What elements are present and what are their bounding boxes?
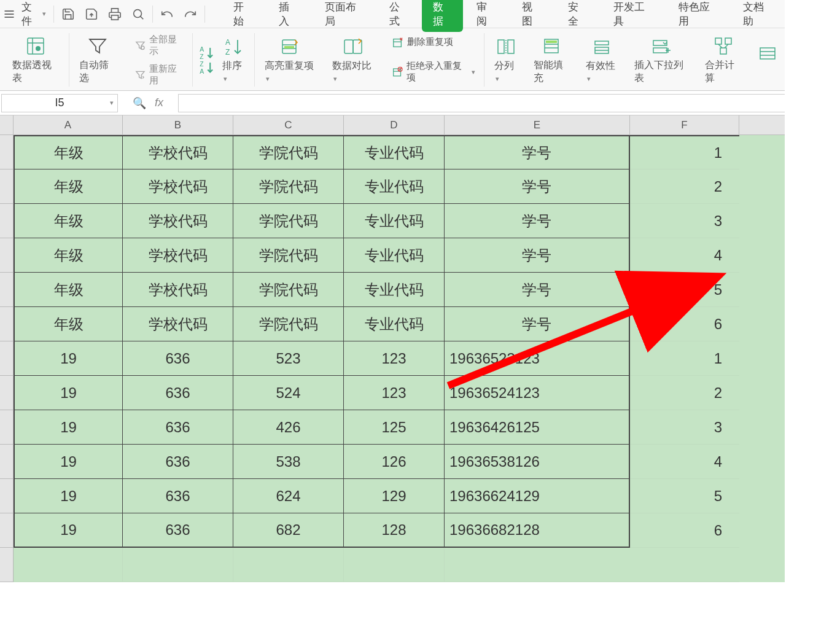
cell[interactable]: 19	[14, 341, 123, 376]
cell[interactable]: 学校代码	[123, 135, 233, 169]
col-header-blank[interactable]	[739, 115, 785, 135]
cell[interactable]: 年级	[14, 307, 123, 341]
cell[interactable]: 123	[344, 341, 445, 376]
cell[interactable]: 636	[123, 445, 233, 479]
row-header[interactable]	[0, 169, 14, 204]
flash-fill-button[interactable]: 智能填充	[530, 33, 574, 87]
cell[interactable]: 学院代码	[233, 135, 344, 169]
cell[interactable]: 学校代码	[123, 307, 233, 341]
delete-dup-button[interactable]: 删除重复项	[390, 35, 478, 49]
cell[interactable]: 636	[123, 513, 233, 548]
tab-developer[interactable]: 开发工具	[600, 0, 664, 33]
cell[interactable]: 学校代码	[123, 273, 233, 307]
file-menu[interactable]: 文件 ▾	[17, 0, 51, 28]
tab-data[interactable]: 数据	[422, 0, 463, 32]
sort-asc-icon[interactable]: AZ	[199, 46, 215, 60]
cell[interactable]: 年级	[14, 238, 123, 273]
cell[interactable]: 年级	[14, 204, 123, 238]
cell[interactable]: 123	[344, 376, 445, 410]
cell[interactable]: 专业代码	[344, 135, 445, 169]
cell[interactable]: 4	[630, 445, 739, 479]
row-header[interactable]	[0, 273, 14, 307]
cell[interactable]	[344, 548, 445, 582]
cell[interactable]: 19636538126	[445, 445, 630, 479]
sort-desc-icon[interactable]: ZA	[199, 61, 215, 74]
cell[interactable]: 6	[630, 307, 739, 341]
cell[interactable]: 年级	[14, 169, 123, 204]
cell[interactable]: 年级	[14, 135, 123, 169]
tab-features[interactable]: 特色应用	[665, 0, 729, 33]
cell[interactable]: 专业代码	[344, 169, 445, 204]
row-header[interactable]	[0, 410, 14, 445]
tab-doc-helper[interactable]: 文档助	[729, 0, 785, 33]
cell[interactable]: 专业代码	[344, 307, 445, 341]
row-header[interactable]	[0, 135, 14, 169]
cell[interactable]: 1	[630, 341, 739, 376]
cell[interactable]: 3	[630, 204, 739, 238]
cell[interactable]: 专业代码	[344, 273, 445, 307]
tab-page-layout[interactable]: 页面布局	[311, 0, 376, 33]
row-header[interactable]	[0, 445, 14, 479]
cell[interactable]: 128	[344, 513, 445, 548]
cell[interactable]	[123, 548, 233, 582]
cell[interactable]: 2	[630, 376, 739, 410]
print-icon[interactable]	[103, 3, 126, 25]
cell[interactable]: 学校代码	[123, 169, 233, 204]
cell[interactable]: 4	[630, 238, 739, 273]
cell[interactable]	[14, 548, 123, 582]
autofilter-button[interactable]: 自动筛选	[76, 33, 120, 87]
cell[interactable]: 5	[630, 479, 739, 513]
cell[interactable]: 19	[14, 513, 123, 548]
save-as-icon[interactable]	[80, 3, 103, 25]
sort-button[interactable]: AZ 排序▾	[219, 34, 248, 86]
tab-insert[interactable]: 插入	[265, 0, 311, 33]
cell[interactable]: 学院代码	[233, 238, 344, 273]
col-header-C[interactable]: C	[233, 115, 344, 135]
cell[interactable]: 年级	[14, 273, 123, 307]
pivot-table-button[interactable]: 数据透视表	[9, 33, 63, 87]
cell[interactable]: 523	[233, 341, 344, 376]
print-preview-icon[interactable]	[126, 3, 150, 25]
tab-formula[interactable]: 公式	[376, 0, 422, 33]
cell[interactable]: 专业代码	[344, 238, 445, 273]
zoom-icon[interactable]: 🔍	[133, 96, 146, 110]
text-to-columns-button[interactable]: 分列▾	[491, 34, 521, 86]
cell[interactable]: 636	[123, 410, 233, 445]
cell[interactable]: 538	[233, 445, 344, 479]
cell[interactable]: 学校代码	[123, 238, 233, 273]
cell[interactable]: 636	[123, 376, 233, 410]
tab-security[interactable]: 安全	[554, 0, 601, 33]
col-header-A[interactable]: A	[14, 115, 123, 135]
cell[interactable]: 126	[344, 445, 445, 479]
name-box[interactable]: I5 ▾	[1, 94, 118, 112]
reapply-button[interactable]: 重新应用	[133, 62, 186, 88]
cell[interactable]: 19636524123	[445, 376, 630, 410]
save-icon[interactable]	[56, 3, 80, 25]
tab-start[interactable]: 开始	[220, 0, 266, 33]
cell[interactable]: 19636624129	[445, 479, 630, 513]
row-header[interactable]	[0, 204, 14, 238]
cell[interactable]: 125	[344, 410, 445, 445]
cell[interactable]	[445, 548, 630, 582]
row-header[interactable]	[0, 307, 14, 341]
cell[interactable]: 6	[630, 513, 739, 548]
cell[interactable]	[233, 548, 344, 582]
validation-button[interactable]: 有效性▾	[582, 34, 621, 86]
cell[interactable]: 学号	[445, 273, 630, 307]
cell[interactable]: 5	[630, 273, 739, 307]
formula-input[interactable]	[178, 94, 785, 112]
select-all-corner[interactable]	[0, 115, 14, 135]
tab-review[interactable]: 审阅	[463, 0, 509, 33]
cell[interactable]: 636	[123, 479, 233, 513]
col-header-F[interactable]: F	[630, 115, 739, 135]
cell[interactable]: 19636523123	[445, 341, 630, 376]
cell[interactable]: 学院代码	[233, 307, 344, 341]
cell[interactable]: 524	[233, 376, 344, 410]
cell[interactable]: 1	[630, 135, 739, 169]
hamburger-icon[interactable]	[2, 4, 17, 24]
row-header[interactable]	[0, 376, 14, 410]
cell[interactable]: 2	[630, 169, 739, 204]
col-header-D[interactable]: D	[344, 115, 445, 135]
cell[interactable]: 624	[233, 479, 344, 513]
cell[interactable]: 682	[233, 513, 344, 548]
